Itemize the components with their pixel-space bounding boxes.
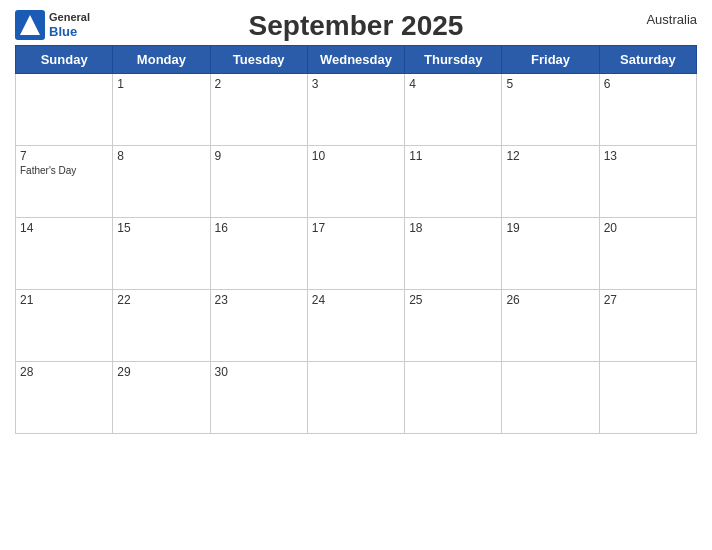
calendar-cell: 20	[599, 218, 696, 290]
date-number: 18	[409, 221, 497, 235]
calendar-cell: 26	[502, 290, 599, 362]
calendar-title-area: September 2025	[249, 10, 464, 42]
calendar-cell: 12	[502, 146, 599, 218]
calendar-cell: 2	[210, 74, 307, 146]
date-number: 20	[604, 221, 692, 235]
date-number: 14	[20, 221, 108, 235]
header-tuesday: Tuesday	[210, 46, 307, 74]
calendar-cell: 9	[210, 146, 307, 218]
date-number: 8	[117, 149, 205, 163]
date-number: 13	[604, 149, 692, 163]
calendar-cell: 10	[307, 146, 404, 218]
calendar-cell: 5	[502, 74, 599, 146]
calendar-cell	[307, 362, 404, 434]
date-number: 2	[215, 77, 303, 91]
calendar-cell: 7Father's Day	[16, 146, 113, 218]
calendar-cell: 1	[113, 74, 210, 146]
date-number: 12	[506, 149, 594, 163]
calendar-cell: 18	[405, 218, 502, 290]
calendar-cell: 16	[210, 218, 307, 290]
calendar-cell: 28	[16, 362, 113, 434]
calendar-cell: 8	[113, 146, 210, 218]
calendar-cell: 19	[502, 218, 599, 290]
date-number: 9	[215, 149, 303, 163]
date-number: 7	[20, 149, 108, 163]
weekday-header-row: Sunday Monday Tuesday Wednesday Thursday…	[16, 46, 697, 74]
date-number: 29	[117, 365, 205, 379]
calendar-title: September 2025	[249, 10, 464, 42]
header-sunday: Sunday	[16, 46, 113, 74]
calendar-cell: 14	[16, 218, 113, 290]
calendar-cell	[405, 362, 502, 434]
calendar-cell: 25	[405, 290, 502, 362]
calendar-table: Sunday Monday Tuesday Wednesday Thursday…	[15, 45, 697, 434]
logo: General Blue	[15, 10, 90, 40]
date-number: 5	[506, 77, 594, 91]
header-friday: Friday	[502, 46, 599, 74]
calendar-cell: 4	[405, 74, 502, 146]
date-number: 21	[20, 293, 108, 307]
date-number: 4	[409, 77, 497, 91]
date-number: 17	[312, 221, 400, 235]
date-number: 27	[604, 293, 692, 307]
date-number: 10	[312, 149, 400, 163]
date-number: 6	[604, 77, 692, 91]
calendar-cell: 23	[210, 290, 307, 362]
date-number: 25	[409, 293, 497, 307]
date-number: 23	[215, 293, 303, 307]
week-row-5: 282930	[16, 362, 697, 434]
calendar-cell: 15	[113, 218, 210, 290]
header-wednesday: Wednesday	[307, 46, 404, 74]
week-row-2: 7Father's Day8910111213	[16, 146, 697, 218]
week-row-3: 14151617181920	[16, 218, 697, 290]
calendar-cell: 24	[307, 290, 404, 362]
calendar-header: General Blue September 2025 Australia	[15, 10, 697, 40]
calendar-cell: 13	[599, 146, 696, 218]
date-number: 26	[506, 293, 594, 307]
week-row-4: 21222324252627	[16, 290, 697, 362]
week-row-1: 123456	[16, 74, 697, 146]
calendar-cell: 17	[307, 218, 404, 290]
calendar-cell	[16, 74, 113, 146]
date-number: 3	[312, 77, 400, 91]
calendar-cell: 11	[405, 146, 502, 218]
calendar-cell	[502, 362, 599, 434]
calendar-cell: 27	[599, 290, 696, 362]
date-number: 19	[506, 221, 594, 235]
calendar-cell: 3	[307, 74, 404, 146]
calendar-cell: 6	[599, 74, 696, 146]
date-number: 15	[117, 221, 205, 235]
calendar-cell	[599, 362, 696, 434]
date-number: 11	[409, 149, 497, 163]
date-number: 30	[215, 365, 303, 379]
calendar-cell: 29	[113, 362, 210, 434]
logo-blue-text: Blue	[49, 24, 90, 40]
date-number: 16	[215, 221, 303, 235]
date-number: 1	[117, 77, 205, 91]
holiday-label: Father's Day	[20, 165, 108, 176]
country-label: Australia	[646, 12, 697, 27]
calendar-cell: 30	[210, 362, 307, 434]
header-monday: Monday	[113, 46, 210, 74]
calendar-cell: 22	[113, 290, 210, 362]
logo-general-text: General	[49, 11, 90, 24]
date-number: 28	[20, 365, 108, 379]
date-number: 22	[117, 293, 205, 307]
date-number: 24	[312, 293, 400, 307]
header-thursday: Thursday	[405, 46, 502, 74]
calendar-cell: 21	[16, 290, 113, 362]
generalblue-logo-icon	[15, 10, 45, 40]
header-saturday: Saturday	[599, 46, 696, 74]
